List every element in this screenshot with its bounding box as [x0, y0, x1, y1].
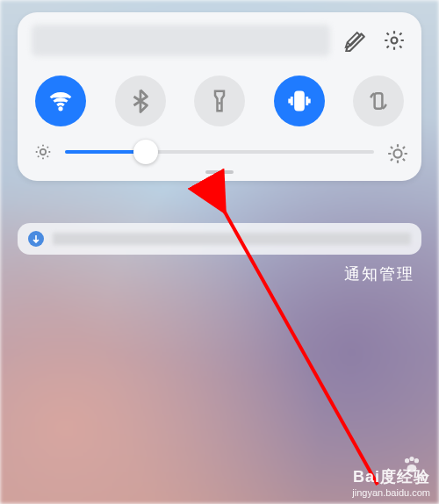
- brightness-slider[interactable]: [65, 150, 374, 154]
- notification-app-badge: [28, 231, 44, 247]
- vibrate-toggle[interactable]: [274, 76, 325, 126]
- svg-point-10: [414, 458, 419, 463]
- notification-text-blurred: [53, 233, 411, 245]
- svg-point-1: [59, 107, 62, 111]
- settings-button[interactable]: [381, 27, 407, 54]
- watermark-url: jingyan.baidu.com: [352, 487, 430, 499]
- rotate-icon: [365, 88, 392, 114]
- carrier-label-blurred: [32, 25, 330, 56]
- svg-rect-3: [295, 92, 303, 110]
- svg-point-0: [392, 38, 398, 44]
- svg-point-5: [40, 149, 46, 155]
- svg-point-9: [409, 457, 414, 461]
- wifi-icon: [47, 88, 74, 114]
- brightness-row: [33, 142, 406, 162]
- control-center-panel: [18, 12, 421, 181]
- bluetooth-icon: [127, 88, 154, 114]
- edit-button[interactable]: [342, 27, 369, 54]
- notification-manage-link[interactable]: 通知管理: [344, 263, 414, 284]
- svg-point-6: [393, 149, 401, 157]
- watermark: Bai度经验 jingyan.baidu.com: [352, 468, 430, 499]
- gear-icon: [383, 29, 406, 52]
- pencil-icon: [344, 29, 367, 52]
- panel-header: [32, 25, 407, 56]
- bluetooth-toggle[interactable]: [115, 76, 166, 126]
- brightness-low-icon: [33, 142, 53, 162]
- quick-toggles-row: [35, 76, 404, 126]
- watermark-brand: Bai度经验: [352, 468, 430, 487]
- notification-card[interactable]: [18, 223, 421, 255]
- vibrate-icon: [286, 88, 313, 114]
- brightness-thumb[interactable]: [133, 140, 158, 164]
- rotate-toggle[interactable]: [353, 76, 404, 126]
- brightness-high-icon: [386, 142, 406, 162]
- panel-drag-handle[interactable]: [205, 170, 234, 174]
- svg-rect-4: [375, 93, 383, 109]
- svg-point-8: [405, 458, 409, 463]
- wifi-toggle[interactable]: [35, 76, 86, 126]
- flashlight-icon: [206, 88, 233, 114]
- flashlight-toggle[interactable]: [194, 76, 245, 126]
